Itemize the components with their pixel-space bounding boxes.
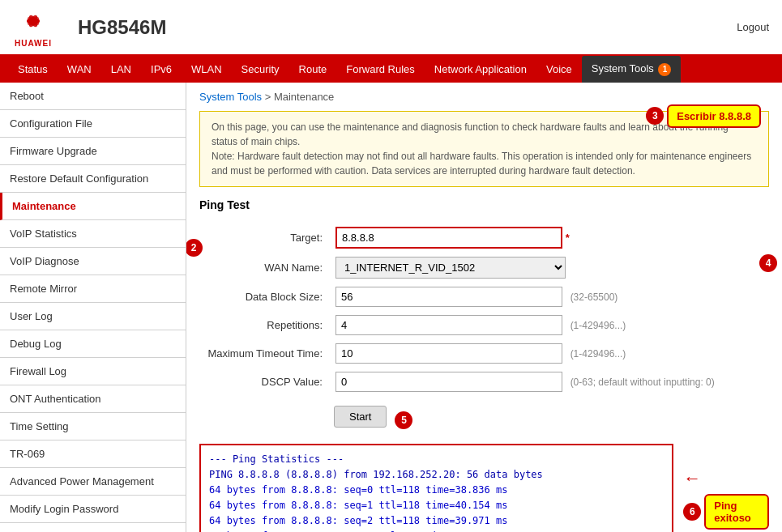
model-title: HG8546M xyxy=(70,16,737,39)
nav-wlan[interactable]: WLAN xyxy=(182,57,232,82)
timeout-hint: (1-429496...) xyxy=(566,348,626,360)
main-layout: Reboot Configuration File Firmware Upgra… xyxy=(0,83,782,533)
nav-network-app[interactable]: Network Application xyxy=(425,57,536,82)
sidebar-item-config-file[interactable]: Configuration File xyxy=(0,110,186,138)
dscp-input[interactable] xyxy=(335,372,562,392)
ping-test-form: Target: * WAN Name: 1_INTERNET_R_VID_150… xyxy=(199,223,769,396)
step-3-badge: 3 xyxy=(646,107,664,125)
dscp-label: DSCP Value: xyxy=(199,368,329,396)
timeout-input[interactable] xyxy=(335,343,562,364)
breadcrumb-parent[interactable]: System Tools xyxy=(199,91,262,103)
nav-system-tools[interactable]: System Tools 1 xyxy=(582,56,682,83)
target-row: Target: * xyxy=(199,223,769,253)
sidebar: Reboot Configuration File Firmware Upgra… xyxy=(0,83,186,533)
wan-name-label: WAN Name: xyxy=(199,253,329,283)
sidebar-item-remote-mirror[interactable]: Remote Mirror xyxy=(0,275,186,303)
sidebar-item-firewall-log[interactable]: Firewall Log xyxy=(0,358,186,385)
sidebar-item-restore[interactable]: Restore Default Configuration xyxy=(0,165,186,193)
target-label: Target: xyxy=(199,223,329,253)
data-block-row: Data Block Size: (32-65500) xyxy=(199,283,769,311)
sidebar-item-channel-stats[interactable]: Intelligent Channel Statistics xyxy=(0,523,186,533)
huawei-logo xyxy=(13,6,53,39)
ping-test-title: Ping Test xyxy=(199,198,769,215)
sidebar-item-ont-auth[interactable]: ONT Authentication xyxy=(0,385,186,413)
nav-bar: Status WAN LAN IPv6 WLAN Security Route … xyxy=(0,56,782,83)
ping-line-4: 64 bytes from 8.8.8.8: seq=2 ttl=118 tim… xyxy=(209,513,664,529)
logout-button[interactable]: Logout xyxy=(737,21,769,33)
sidebar-item-debug-log[interactable]: Debug Log xyxy=(0,330,186,358)
nav-route[interactable]: Route xyxy=(289,57,337,82)
start-button[interactable]: Start xyxy=(334,406,387,428)
repetitions-label: Repetitions: xyxy=(199,311,329,339)
ping-line-3: 64 bytes from 8.8.8.8: seq=1 ttl=118 tim… xyxy=(209,498,664,513)
nav-forward-rules[interactable]: Forward Rules xyxy=(336,57,425,82)
wan-name-row: WAN Name: 1_INTERNET_R_VID_1502 2_OTHER_… xyxy=(199,253,769,283)
step-5-badge: 5 xyxy=(395,411,412,429)
repetitions-row: Repetitions: (1-429496...) xyxy=(199,311,769,339)
ping-line-1: PING 8.8.8.8 (8.8.8.8) from 192.168.252.… xyxy=(209,467,664,483)
sidebar-item-maintenance[interactable]: Maintenance xyxy=(0,193,186,220)
annotation-escribir: Escribir 8.8.8.8 xyxy=(667,104,761,128)
step-4-badge: 4 xyxy=(759,254,777,272)
nav-security[interactable]: Security xyxy=(232,57,289,82)
ping-line-0: --- Ping Statistics --- xyxy=(209,452,664,467)
sidebar-item-voip-diagnose[interactable]: VoIP Diagnose xyxy=(0,248,186,275)
dscp-hint: (0-63; default without inputting: 0) xyxy=(566,377,715,388)
sidebar-item-power-mgmt[interactable]: Advanced Power Management xyxy=(0,468,186,496)
data-block-hint: (32-65500) xyxy=(566,292,618,303)
nav-voice[interactable]: Voice xyxy=(536,57,582,82)
timeout-label: Maximum Timeout Time: xyxy=(199,339,329,368)
content-area: System Tools > Maintenance On this page,… xyxy=(186,83,782,533)
breadcrumb: System Tools > Maintenance xyxy=(199,91,769,103)
info-line2: Note: Hardware fault detection may not f… xyxy=(212,151,751,162)
step-2-badge: 2 xyxy=(186,239,203,257)
nav-lan[interactable]: LAN xyxy=(101,57,141,82)
target-required: * xyxy=(566,232,570,244)
nav-ipv6[interactable]: IPv6 xyxy=(141,57,182,82)
sidebar-item-user-log[interactable]: User Log xyxy=(0,303,186,330)
repetitions-hint: (1-429496...) xyxy=(566,320,626,331)
target-input[interactable] xyxy=(335,227,562,249)
huawei-brand: HUAWEI xyxy=(15,39,52,48)
dscp-row: DSCP Value: (0-63; default without input… xyxy=(199,368,769,396)
sidebar-item-firmware[interactable]: Firmware Upgrade xyxy=(0,138,186,165)
nav-status[interactable]: Status xyxy=(8,57,58,82)
data-block-label: Data Block Size: xyxy=(199,283,329,311)
sidebar-item-voip-stats[interactable]: VoIP Statistics xyxy=(0,220,186,248)
wan-name-select[interactable]: 1_INTERNET_R_VID_1502 2_OTHER_R_VID_1503 xyxy=(335,257,566,279)
sidebar-item-reboot[interactable]: Reboot xyxy=(0,83,186,110)
ping-line-5: 64 bytes from 8.8.8.8: seq=3 ttl=118 tim… xyxy=(209,529,664,532)
step-6-badge: 6 xyxy=(683,503,701,521)
nav-wan[interactable]: WAN xyxy=(58,57,101,82)
annotation-ping-exitoso: Ping exitoso xyxy=(704,494,769,530)
ping-output: --- Ping Statistics --- PING 8.8.8.8 (8.… xyxy=(199,444,673,533)
nav-badge: 1 xyxy=(658,63,671,76)
data-block-input[interactable] xyxy=(335,287,562,307)
breadcrumb-current: Maintenance xyxy=(274,91,334,103)
arrow-icon: ← xyxy=(683,468,701,489)
ping-line-2: 64 bytes from 8.8.8.8: seq=0 ttl=118 tim… xyxy=(209,483,664,498)
repetitions-input[interactable] xyxy=(335,315,562,335)
info-line3: and must be performed with caution. Data… xyxy=(212,165,635,177)
sidebar-item-time-setting[interactable]: Time Setting xyxy=(0,413,186,440)
sidebar-item-modify-login[interactable]: Modify Login Password xyxy=(0,496,186,523)
timeout-row: Maximum Timeout Time: (1-429496...) xyxy=(199,339,769,368)
sidebar-item-tr069[interactable]: TR-069 xyxy=(0,440,186,468)
